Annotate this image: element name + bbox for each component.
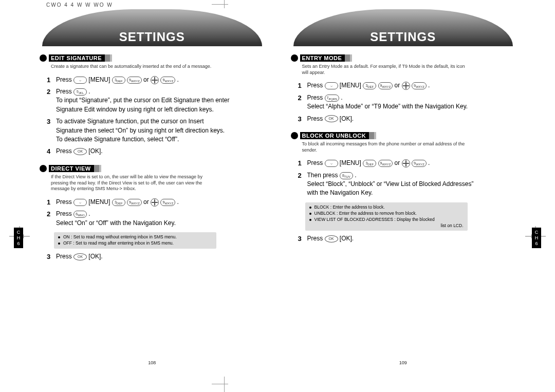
info-box: ON : Set to read msg without entering in… [54, 232, 216, 249]
softkey-icon: ⌵ [73, 199, 87, 206]
step-item: Press OK [OK]. [298, 113, 482, 125]
key-8-icon: 8TUV [340, 172, 353, 179]
chapter-tab: CH6 [532, 228, 541, 248]
crop-mark-icon [216, 377, 225, 392]
key-5-icon: 5JKL [73, 88, 87, 96]
step-item: To activate Signature function, put the … [47, 116, 231, 145]
nav-key-icon [151, 198, 159, 207]
ok-key-icon: OK [325, 115, 338, 122]
page-right: CH6 SETTINGS ENTRY MODE Sets an Entry Mo… [278, 9, 529, 371]
bullet-icon [40, 165, 47, 172]
section-desc: To block all incoming messages from the … [302, 141, 467, 153]
softkey-icon: ⌵ [325, 160, 338, 167]
ok-key-icon: OK [325, 235, 338, 242]
step-item: Press ⌵ [MENU] 3DEF 9WXYZ or 9WXYZ . [298, 157, 482, 169]
key-9-icon: 9WXYZ [127, 77, 142, 84]
key-3-icon: 3DEF [112, 199, 125, 206]
section-desc: Sets an Entry Mode as a default. For exa… [302, 64, 467, 76]
softkey-icon: ⌵ [325, 82, 338, 89]
banner-title: SETTINGS [119, 30, 185, 44]
key-3-icon: 3DEF [363, 82, 376, 89]
step-item: Press ⌵ [MENU] 3DEF 9WXYZ or 9WXYZ . [298, 80, 482, 91]
bullet-icon [291, 54, 298, 62]
steps-list: Press ⌵ [MENU] 3DEF 9WXYZ or 9WXYZ . Pre… [298, 80, 516, 125]
info-row: OFF : Set to read msg after entering inb… [58, 240, 212, 247]
key-9-icon: 9WXYZ [160, 199, 175, 206]
step-item: Press OK [OK]. [298, 233, 482, 245]
step-item: Then press 8TUV .Select “Block”, “Unbloc… [298, 170, 482, 199]
crop-mark-icon [216, 0, 225, 8]
page-number: 108 [27, 360, 278, 365]
section-title: EDIT SIGNATURE [49, 54, 110, 62]
key-9-icon: 9WXYZ [412, 160, 427, 167]
section-title: DIRECT VIEW [49, 165, 99, 172]
ok-key-icon: OK [73, 253, 87, 260]
softkey-icon: ⌵ [73, 77, 87, 84]
section-title: ENTRY MODE [300, 54, 350, 62]
step-item: Press ⌵ [MENU] 3DEF 9WXYZ or 9WXYZ . [47, 74, 231, 86]
key-9-icon: 9WXYZ [160, 77, 175, 84]
steps-list: Press ⌵ [MENU] 3DEF 9WXYZ or 9WXYZ . Pre… [47, 196, 265, 229]
steps-list: Press ⌵ [MENU] 3DEF 9WXYZ or 9WXYZ . The… [298, 157, 516, 199]
ok-key-icon: OK [73, 148, 87, 155]
steps-list: Press OK [OK]. [47, 251, 265, 263]
banner-title: SETTINGS [370, 30, 436, 44]
bullet-icon [291, 132, 298, 139]
bullet-icon [40, 54, 47, 62]
page-left: CH6 SETTINGS EDIT SIGNATURE Create a sig… [27, 9, 278, 371]
info-row: ON : Set to read msg without entering in… [58, 234, 212, 240]
section-head-entry-mode: ENTRY MODE [291, 54, 350, 62]
section-title: BLOCK OR UNBLOCK [300, 132, 375, 139]
section-head-edit-signature: EDIT SIGNATURE [40, 54, 110, 62]
page-banner: SETTINGS [293, 9, 513, 46]
key-9-icon: 9WXYZ [412, 82, 427, 89]
page-spread: CH6 SETTINGS EDIT SIGNATURE Create a sig… [27, 9, 528, 371]
nav-key-icon [402, 82, 410, 90]
section-head-direct-view: DIRECT VIEW [40, 165, 99, 172]
step-item: Press 5JKL .To input “Signature”, put th… [47, 86, 231, 116]
info-box: BLOCK : Enter the address to block. UNBL… [305, 202, 468, 231]
key-6-icon: 6MNO [73, 211, 87, 218]
nav-key-icon [402, 159, 410, 167]
section-desc: Create a signature that can be automatic… [51, 64, 215, 70]
step-item: Press 7PQRS .Select “Alpha Mode” or “T9 … [298, 92, 482, 113]
key-3-icon: 3DEF [363, 160, 376, 167]
key-7-icon: 7PQRS [325, 95, 339, 102]
info-row: UNBLOCK : Enter the address to remove fr… [309, 211, 464, 217]
scan-sheet: CWO 4 4 W W WO W CH6 SETTINGS EDIT SIGNA… [0, 0, 555, 392]
key-9-icon: 9WXYZ [127, 199, 142, 206]
step-item: Press OK [OK]. [47, 251, 231, 263]
scan-header-text: CWO 4 4 W W WO W [46, 2, 113, 8]
page-banner: SETTINGS [42, 9, 262, 46]
section-head-block: BLOCK OR UNBLOCK [291, 132, 375, 139]
info-row: BLOCK : Enter the address to block. [309, 204, 464, 211]
steps-list: Press OK [OK]. [298, 233, 516, 245]
section-desc: If the Direct View is set to on, the use… [51, 174, 215, 192]
step-item: Press 6MNO .Select “On” or “Off” with th… [47, 208, 231, 229]
nav-key-icon [151, 76, 159, 84]
steps-list: Press ⌵ [MENU] 3DEF 9WXYZ or 9WXYZ . Pre… [47, 74, 265, 158]
key-3-icon: 3DEF [112, 77, 125, 84]
key-9-icon: 9WXYZ [378, 82, 393, 89]
info-row: VIEW LIST OF BLOCKED ADDRESSES : Display… [309, 217, 464, 229]
chapter-tab: CH6 [14, 228, 23, 248]
key-9-icon: 9WXYZ [378, 160, 393, 167]
step-item: Press OK [OK]. [47, 145, 231, 157]
step-item: Press ⌵ [MENU] 3DEF 9WXYZ or 9WXYZ . [47, 196, 231, 208]
page-number: 109 [278, 360, 529, 365]
